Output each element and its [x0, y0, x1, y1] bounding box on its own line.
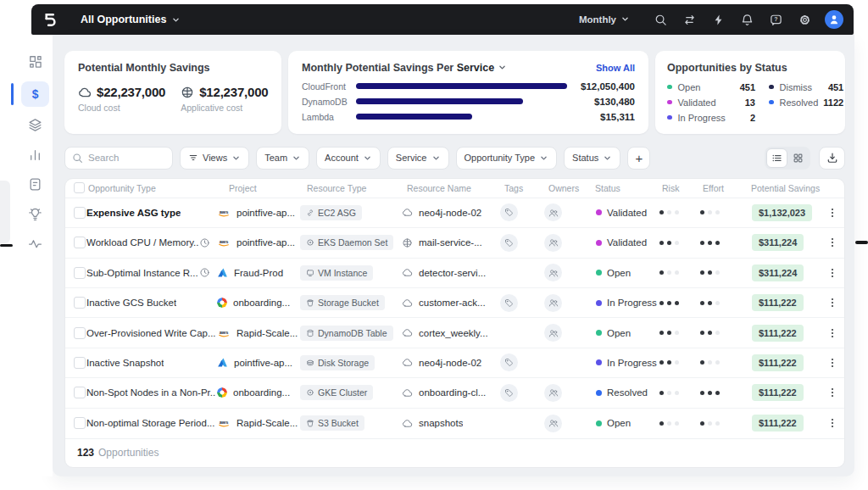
table-row[interactable]: Over-Provisioned Write Cap...awsRapid-Sc…	[65, 318, 844, 348]
owners-icon[interactable]	[544, 234, 562, 252]
sphere-icon	[402, 237, 413, 248]
sidebar-item-dashboard[interactable]	[21, 48, 49, 74]
cloud-icon	[402, 418, 413, 429]
owners-icon[interactable]	[544, 324, 562, 342]
row-checkbox[interactable]	[74, 387, 86, 398]
row-menu-button[interactable]	[820, 327, 844, 339]
tag-icon[interactable]	[500, 354, 518, 371]
column-header[interactable]: Potential Savings	[748, 183, 820, 193]
status-label: Open	[607, 268, 631, 278]
swap-icon[interactable]	[682, 13, 696, 26]
pointfive-logo-icon	[40, 10, 58, 29]
download-button[interactable]	[819, 147, 845, 170]
row-menu-button[interactable]	[820, 387, 844, 398]
grid-view-button[interactable]	[787, 148, 809, 168]
resource-name: neo4j-node-02	[419, 208, 481, 218]
card-title: Monthly Potential Savings Per Service	[302, 62, 507, 74]
bell-icon[interactable]	[740, 13, 754, 26]
sidebar-item-document[interactable]	[21, 171, 49, 197]
owners-icon[interactable]	[544, 264, 562, 281]
row-menu-button[interactable]	[820, 237, 844, 248]
tag-icon[interactable]	[500, 203, 518, 221]
row-checkbox[interactable]	[74, 207, 86, 219]
row-checkbox[interactable]	[74, 357, 86, 369]
column-header[interactable]: Tags	[500, 183, 544, 193]
user-avatar[interactable]	[825, 10, 843, 29]
column-header[interactable]: Owners	[544, 183, 592, 193]
resource-type-badge: EKS Daemon Set	[300, 235, 393, 250]
column-header[interactable]: Risk	[656, 183, 697, 193]
table-row[interactable]: Inactive Snapshotpointfive-ap...Disk Sto…	[65, 348, 844, 378]
owners-icon[interactable]	[544, 415, 562, 432]
vm-icon	[306, 269, 314, 277]
table-row[interactable]: Non-optimal Storage Period...awsRapid-Sc…	[65, 409, 844, 438]
owners-icon[interactable]	[544, 294, 562, 312]
row-checkbox[interactable]	[74, 267, 86, 279]
row-menu-button[interactable]	[820, 267, 844, 279]
table-row[interactable]: Non-Spot Nodes in a Non-Pr...onboarding.…	[65, 378, 844, 408]
bulb-icon	[28, 207, 42, 221]
chevron-down-icon	[620, 14, 630, 25]
table-row[interactable]: Expensive ASG typeawspointfive-ap...EC2 …	[65, 198, 844, 228]
column-header[interactable]: Resource Type	[300, 183, 400, 193]
sidebar-item-bar-chart[interactable]	[21, 142, 49, 167]
status-legend-item: Validated13	[667, 97, 755, 108]
column-header[interactable]: Resource Name	[400, 183, 500, 193]
table-row[interactable]: Workload CPU / Memory...awspointfive-ap.…	[65, 228, 844, 258]
list-view-button[interactable]	[766, 148, 787, 168]
row-menu-button[interactable]	[820, 297, 844, 309]
table-row[interactable]: Inactive GCS Bucketonboarding...Storage …	[65, 288, 844, 318]
search-icon[interactable]	[654, 13, 667, 26]
filter-account-button[interactable]: Account	[316, 147, 381, 170]
sidebar-item-pulse[interactable]	[21, 231, 49, 256]
opportunity-type: Non-optimal Storage Period...	[86, 418, 215, 428]
show-all-link[interactable]: Show All	[596, 63, 635, 73]
column-header[interactable]: Status	[592, 183, 656, 193]
add-filter-button[interactable]: +	[627, 147, 650, 170]
filter-status-button[interactable]: Status	[564, 147, 620, 170]
owners-icon[interactable]	[544, 384, 562, 402]
sidebar-item-dollar[interactable]: $	[21, 81, 49, 107]
select-all-checkbox[interactable]	[74, 182, 85, 193]
filter-service-button[interactable]: Service	[387, 147, 449, 170]
row-checkbox[interactable]	[74, 417, 86, 429]
clock-icon	[199, 237, 210, 248]
tag-icon[interactable]	[500, 384, 518, 402]
search-box[interactable]	[64, 147, 173, 170]
filter-team-button[interactable]: Team	[256, 147, 309, 170]
tag-icon[interactable]	[500, 234, 518, 252]
bar-row: DynamoDB$130,480	[302, 96, 635, 107]
sidebar-item-layers[interactable]	[21, 112, 49, 137]
row-menu-button[interactable]	[820, 357, 844, 369]
filter-views-button[interactable]: Views	[180, 147, 249, 170]
column-header[interactable]: Project	[215, 183, 300, 193]
row-checkbox[interactable]	[74, 327, 86, 339]
column-header[interactable]: Opportunity Type	[86, 183, 215, 193]
row-menu-button[interactable]	[820, 207, 844, 219]
bar-label: Lambda	[302, 112, 356, 122]
service-selector[interactable]: Service	[457, 62, 507, 74]
owners-icon[interactable]	[544, 203, 562, 221]
table-row[interactable]: Sub-Optimal Instance R...Fraud-ProdVM In…	[65, 259, 844, 288]
opportunity-count-label: Opportunities	[98, 447, 159, 459]
filter-opportunity-type-button[interactable]: Opportunity Type	[456, 147, 558, 170]
bolt-icon[interactable]	[711, 13, 725, 26]
stat-label: Applicative cost	[181, 103, 268, 113]
row-menu-button[interactable]	[820, 417, 844, 429]
period-selector[interactable]: Monthly	[579, 14, 630, 25]
sidebar-item-bulb[interactable]	[21, 201, 49, 226]
legend-value: 2	[745, 113, 755, 123]
tag-icon[interactable]	[500, 294, 518, 312]
row-checkbox[interactable]	[74, 297, 86, 309]
help-chat-icon[interactable]: ?	[769, 13, 782, 26]
sphere-icon	[181, 86, 194, 99]
gear-icon[interactable]	[798, 13, 811, 26]
view-selector[interactable]: All Opportunities	[81, 14, 181, 25]
row-checkbox[interactable]	[74, 237, 86, 248]
column-header[interactable]: Effort	[697, 183, 748, 193]
project-name: onboarding...	[233, 387, 290, 398]
search-input[interactable]	[88, 153, 156, 163]
cloud-icon	[402, 357, 413, 368]
bar-value: $15,311	[567, 112, 635, 122]
savings-bar-chart: CloudFront$12,050,400DynamoDB$130,480Lam…	[302, 81, 635, 122]
